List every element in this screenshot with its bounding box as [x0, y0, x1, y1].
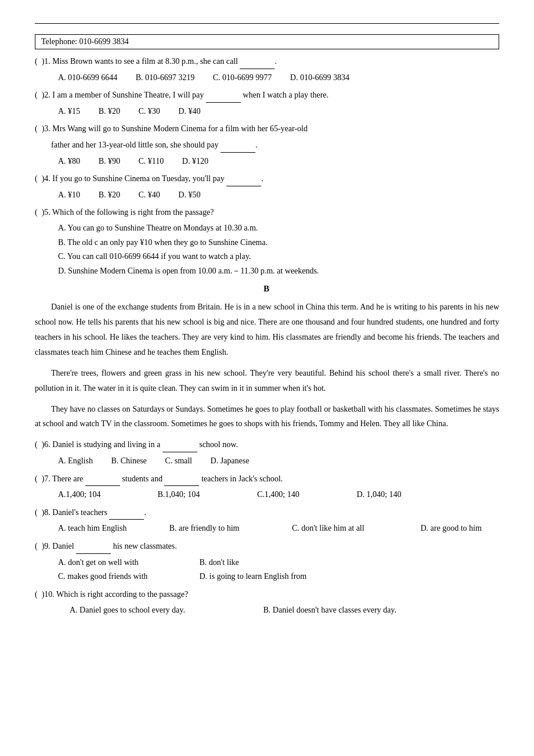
q10-options: A. Daniel goes to school every day. B. D… [70, 603, 499, 618]
q3-opt-b: B. ¥90 [99, 154, 120, 168]
q9-options: A. don't get on well with B. don't like … [58, 556, 499, 584]
q3-opt-d: D. ¥120 [182, 154, 208, 168]
question-9: ( )9. Daniel his new classmates. A. don'… [35, 539, 499, 584]
q4-options: A. ¥10 B. ¥20 C. ¥40 D. ¥50 [58, 188, 499, 202]
q9-opt-b: B. don't like [200, 556, 304, 570]
question-6: ( )6. Daniel is studying and living in a… [35, 437, 499, 467]
question-2: ( )2. I am a member of Sunshine Theatre,… [35, 88, 499, 118]
q2-opt-b: B. ¥20 [99, 105, 120, 118]
q2-opt-c: C. ¥30 [138, 105, 160, 118]
q1-text: ( )1. Miss Brown wants to see a film at … [35, 54, 499, 69]
q3-text2: father and her 13-year-old little son, s… [51, 138, 499, 153]
q9-blank [76, 539, 111, 554]
q7-options: A.1,400; 104 B.1,040; 104 C.1,400; 140 D… [58, 488, 499, 502]
q10-opt-a: A. Daniel goes to school every day. [70, 603, 250, 618]
q8-opt-b: B. are friendly to him [169, 521, 274, 535]
q9-opt-d: D. is going to learn English from [200, 570, 307, 584]
question-1: ( )1. Miss Brown wants to see a film at … [35, 54, 499, 84]
q2-opt-a: A. ¥15 [58, 105, 80, 118]
q4-opt-a: A. ¥10 [58, 188, 80, 202]
top-divider [35, 23, 499, 24]
q9-opts-row1: A. don't get on well with B. don't like [58, 556, 499, 570]
q1-opt-d: D. 010-6699 3834 [290, 71, 349, 85]
q1-opt-b: B. 010-6697 3219 [136, 71, 195, 85]
q5-opt-d: D. Sunshine Modern Cinema is open from 1… [58, 264, 499, 279]
passage-b-para3: They have no classes on Saturdays or Sun… [35, 402, 499, 432]
q6-opt-c: C. small [165, 454, 192, 468]
q9-opt-c: C. makes good friends with [58, 570, 186, 584]
q2-text: ( )2. I am a member of Sunshine Theatre,… [35, 88, 499, 103]
question-5: ( )5. Which of the following is right fr… [35, 206, 499, 279]
q4-blank [226, 171, 261, 186]
q2-blank [206, 88, 241, 103]
q9-opt-a: A. don't get on well with [58, 556, 186, 570]
q3-text: ( )3. Mrs Wang will go to Sunshine Moder… [35, 122, 499, 136]
q5-opt-a: A. You can go to Sunshine Theatre on Mon… [58, 221, 499, 236]
q5-text: ( )5. Which of the following is right fr… [35, 206, 499, 220]
q8-blank [109, 505, 144, 520]
q4-opt-c: C. ¥40 [138, 188, 160, 202]
passage-b-para2: There're trees, flowers and green grass … [35, 366, 499, 396]
q9-text: ( )9. Daniel his new classmates. [35, 539, 499, 554]
q3-blank [221, 138, 255, 153]
question-3: ( )3. Mrs Wang will go to Sunshine Moder… [35, 122, 499, 168]
q7-opt-c: C.1,400; 140 [257, 488, 338, 502]
q5-opt-b: B. The old c an only pay ¥10 when they g… [58, 236, 499, 250]
q1-opt-c: C. 010-6699 9977 [213, 71, 272, 85]
q7-blank1 [85, 471, 120, 487]
q7-opt-b: B.1,040; 104 [158, 488, 239, 502]
q7-blank2 [164, 471, 199, 487]
q6-text: ( )6. Daniel is studying and living in a… [35, 437, 499, 452]
q4-opt-b: B. ¥20 [99, 188, 120, 202]
q7-opt-a: A.1,400; 104 [58, 488, 139, 502]
question-4: ( )4. If you go to Sunshine Cinema on Tu… [35, 171, 499, 201]
question-7: ( )7. There are students and teachers in… [35, 471, 499, 502]
q3-num: ( )3. Mrs Wang will go to Sunshine Moder… [35, 124, 308, 133]
q7-text: ( )7. There are students and teachers in… [35, 471, 499, 487]
q5-options: A. You can go to Sunshine Theatre on Mon… [58, 221, 499, 278]
q3-opt-a: A. ¥80 [58, 154, 80, 168]
section-b-title: B [35, 284, 499, 294]
q10-opt-b: B. Daniel doesn't have classes every day… [264, 603, 396, 618]
q5-opt-c: C. You can call 010-6699 6644 if you wan… [58, 250, 499, 264]
question-10: ( )10. Which is right according to the p… [35, 588, 499, 618]
q6-opt-b: B. Chinese [111, 454, 146, 468]
q3-opt-c: C. ¥110 [138, 154, 164, 168]
q4-num: ( )4. If you go to Sunshine Cinema on Tu… [35, 174, 264, 183]
telephone-box: Telephone: 010-6699 3834 [35, 34, 499, 49]
question-8: ( )8. Daniel's teachers . A. teach him E… [35, 505, 499, 535]
q6-blank [163, 437, 197, 452]
q1-num: ( )1. Miss Brown wants to see a film at … [35, 57, 277, 66]
q6-opt-a: A. English [58, 454, 93, 468]
q7-opt-d: D. 1,040; 140 [357, 488, 402, 502]
q8-opt-c: C. don't like him at all [292, 521, 402, 535]
q8-options: A. teach him English B. are friendly to … [58, 521, 499, 535]
q2-options: A. ¥15 B. ¥20 C. ¥30 D. ¥40 [58, 105, 499, 118]
q4-text: ( )4. If you go to Sunshine Cinema on Tu… [35, 171, 499, 186]
q4-opt-d: D. ¥50 [178, 188, 200, 202]
q10-text: ( )10. Which is right according to the p… [35, 588, 499, 602]
q1-opt-a: A. 010-6699 6644 [58, 71, 117, 85]
passage-b-para1: Daniel is one of the exchange students f… [35, 300, 499, 360]
q3-options: A. ¥80 B. ¥90 C. ¥110 D. ¥120 [58, 154, 499, 168]
q6-opt-d: D. Japanese [211, 454, 250, 468]
q2-num: ( )2. I am a member of Sunshine Theatre,… [35, 91, 329, 99]
q1-blank [240, 54, 275, 69]
q8-text: ( )8. Daniel's teachers . [35, 505, 499, 520]
q1-options: A. 010-6699 6644 B. 010-6697 3219 C. 010… [58, 71, 499, 85]
q2-opt-d: D. ¥40 [178, 105, 200, 118]
q8-opt-d: D. are good to him [421, 521, 482, 535]
q6-options: A. English B. Chinese C. small D. Japane… [58, 454, 499, 468]
q9-opts-row2: C. makes good friends with D. is going t… [58, 570, 499, 584]
q8-opt-a: A. teach him English [58, 521, 151, 535]
